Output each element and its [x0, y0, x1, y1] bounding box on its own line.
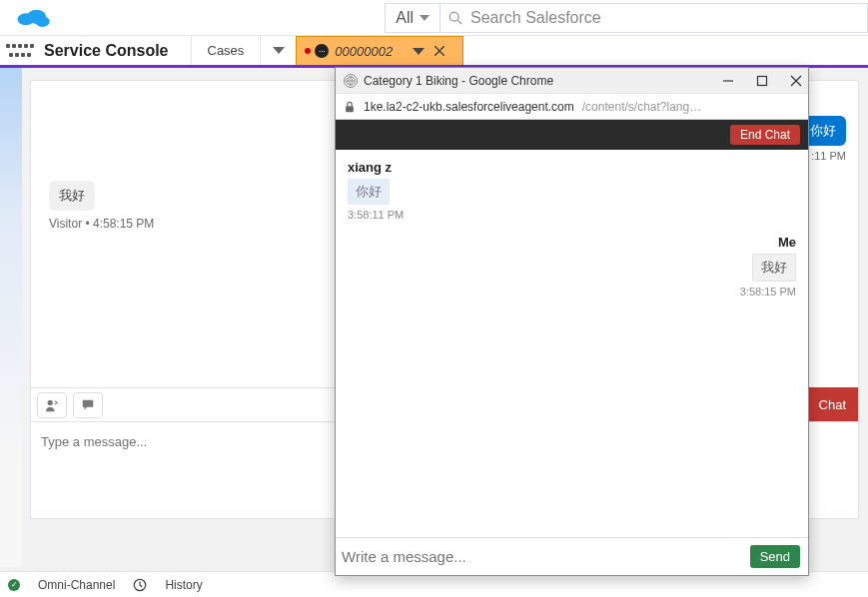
incoming-message: xiang z 你好 3:58:11 PM: [348, 160, 796, 221]
salesforce-logo: [14, 6, 52, 30]
svg-rect-14: [758, 76, 767, 85]
tab-record-label: 00000002: [335, 44, 393, 59]
console-tabbar: Service Console Cases ··· 00000002: [0, 35, 868, 68]
person-arrow-icon: [45, 398, 59, 412]
chat-window-header: End Chat: [336, 120, 808, 150]
speech-bubble-icon: [81, 398, 95, 412]
search-scope-dropdown[interactable]: All: [385, 3, 440, 33]
me-label: Me: [348, 235, 796, 250]
outgoing-time: 3:58:15 PM: [348, 286, 796, 298]
sender-name: xiang z: [348, 160, 796, 175]
window-controls: [722, 75, 802, 87]
end-chat-button[interactable]: End Chat: [730, 125, 800, 145]
chevron-down-icon: [273, 47, 285, 54]
svg-line-5: [457, 20, 461, 24]
lock-icon: [344, 101, 356, 113]
chat-bubble-icon: ···: [315, 44, 329, 58]
salesforce-topbar: All Search Salesforce: [0, 0, 868, 35]
svg-marker-6: [273, 47, 285, 54]
chevron-down-icon: [420, 15, 430, 21]
tab-overflow-caret[interactable]: [260, 36, 296, 65]
svg-marker-7: [413, 48, 425, 55]
tab-cases[interactable]: Cases: [191, 36, 261, 65]
svg-marker-3: [420, 15, 430, 21]
url-path: /content/s/chat?lang…: [582, 100, 701, 114]
minimize-icon[interactable]: [722, 75, 734, 87]
maximize-icon[interactable]: [756, 75, 768, 87]
agent-message-bubble: 我好: [49, 181, 95, 211]
svg-point-4: [449, 12, 458, 21]
chrome-title: Category 1 Biking - Google Chrome: [364, 74, 553, 88]
search-scope-label: All: [396, 9, 414, 27]
outgoing-bubble: 我好: [752, 254, 796, 282]
send-button[interactable]: Send: [750, 545, 800, 568]
chat-input[interactable]: [342, 548, 750, 565]
chevron-down-icon: [413, 48, 425, 55]
transfer-button[interactable]: [37, 392, 67, 418]
chat-compose-bar: Send: [336, 537, 808, 575]
omni-channel-button[interactable]: Omni-Channel: [38, 578, 115, 592]
close-icon[interactable]: [434, 46, 444, 56]
app-launcher-icon[interactable]: [0, 36, 40, 65]
tab-record-active[interactable]: ··· 00000002: [296, 36, 463, 65]
close-icon[interactable]: [790, 75, 802, 87]
svg-point-2: [35, 16, 49, 27]
search-icon: [448, 11, 462, 25]
app-title: Service Console: [40, 36, 191, 65]
tab-cases-label: Cases: [208, 43, 245, 58]
chat-action-button[interactable]: Chat: [807, 387, 858, 421]
agent-message-meta: Visitor • 4:58:15 PM: [49, 217, 154, 231]
clock-icon: [133, 578, 147, 592]
chrome-popup-window: Category 1 Biking - Google Chrome 1ke.la…: [335, 67, 809, 576]
status-online-icon: ✓: [8, 579, 20, 591]
incoming-bubble: 你好: [348, 179, 390, 205]
svg-point-10: [48, 399, 53, 404]
chat-transcript: xiang z 你好 3:58:11 PM Me 我好 3:58:15 PM: [336, 150, 808, 537]
quick-text-button[interactable]: [73, 392, 103, 418]
outgoing-message: Me 我好 3:58:15 PM: [348, 235, 796, 298]
url-host: 1ke.la2-c2-ukb.salesforceliveagent.com: [364, 100, 574, 114]
history-button[interactable]: History: [165, 578, 202, 592]
globe-icon: [344, 74, 358, 88]
chrome-titlebar[interactable]: Category 1 Biking - Google Chrome: [336, 68, 808, 93]
agent-message-block: 我好 Visitor • 4:58:15 PM: [49, 181, 154, 231]
chrome-address-bar[interactable]: 1ke.la2-c2-ukb.salesforceliveagent.com/c…: [336, 93, 808, 120]
recording-indicator-icon: [305, 48, 311, 54]
search-input-wrap[interactable]: Search Salesforce: [440, 3, 868, 33]
incoming-time: 3:58:11 PM: [348, 209, 796, 221]
decorative-gradient: [0, 68, 22, 567]
search-placeholder: Search Salesforce: [470, 9, 601, 27]
svg-rect-17: [346, 106, 354, 112]
global-search: All Search Salesforce: [385, 3, 868, 33]
